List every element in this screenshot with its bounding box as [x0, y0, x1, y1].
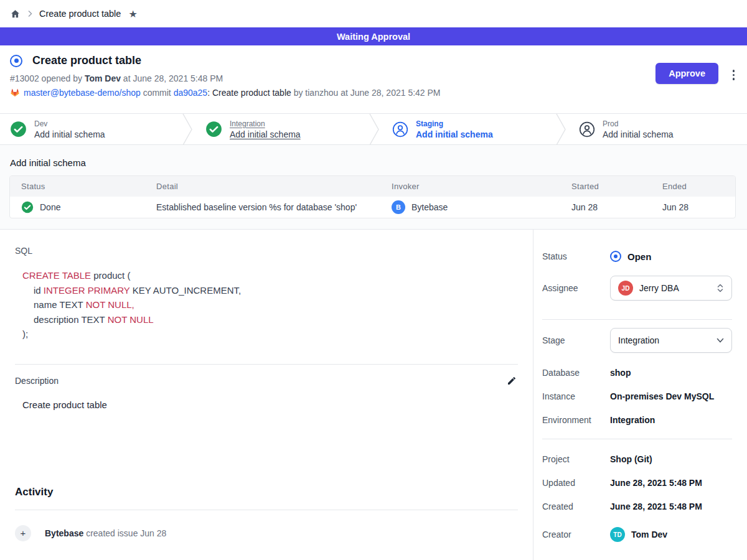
assignee-person-icon: [392, 121, 408, 138]
issue-open-status-icon: [10, 55, 22, 67]
stage-separator-chevron: [369, 114, 379, 145]
edit-pencil-icon[interactable]: [505, 375, 518, 387]
environment-label: Environment: [542, 415, 610, 425]
task-started-text: Jun 28: [571, 202, 662, 212]
task-section: Add initial schema Status Detail Invoker…: [0, 145, 747, 229]
status-value: Open: [627, 251, 651, 262]
repo-branch-link[interactable]: master@bytebase-demo/shop: [24, 88, 141, 98]
stage-task-label: Add initial schema: [230, 129, 301, 139]
description-text: Create product table: [22, 399, 518, 410]
assignee-person-icon: [579, 121, 595, 138]
task-status-text: Done: [40, 202, 60, 212]
project-value: Shop (Git): [610, 454, 652, 464]
approval-status-banner: Waiting Approval: [0, 27, 747, 45]
commit-hash-link[interactable]: da90a25: [174, 88, 208, 98]
updown-chevron-icon: [716, 283, 724, 293]
task-ended-text: Jun 28: [662, 202, 735, 212]
activity-entry: + Bytebase created issue Jun 28: [15, 525, 518, 541]
divider: [15, 364, 518, 365]
pipeline-stage-staging[interactable]: Staging Add initial schema: [374, 114, 560, 144]
assignee-value: Jerry DBA: [639, 283, 679, 293]
creator-value: Tom Dev: [631, 530, 667, 539]
updated-value: June 28, 2021 5:48 PM: [610, 478, 702, 488]
stage-label: Stage: [542, 335, 610, 345]
creator-label: Creator: [542, 530, 610, 539]
check-circle-icon: [10, 121, 27, 138]
stage-value: Integration: [618, 335, 659, 345]
stage-env-label: Prod: [603, 119, 674, 128]
updated-label: Updated: [542, 478, 610, 488]
stage-env-label: Staging: [416, 119, 493, 128]
commit-info: master@bytebase-demo/shop commit da90a25…: [10, 88, 737, 98]
issue-main-panel: SQL CREATE TABLE product ( id INTEGER PR…: [0, 230, 533, 560]
creator-avatar: TD: [610, 527, 625, 542]
instance-label: Instance: [542, 391, 610, 401]
column-ended: Ended: [662, 182, 735, 191]
environment-value: Integration: [610, 415, 655, 425]
stage-separator-chevron: [182, 114, 192, 145]
breadcrumb: Create product table ★: [0, 0, 747, 27]
breadcrumb-chevron-icon: [27, 10, 33, 17]
created-label: Created: [542, 502, 610, 511]
database-value: shop: [610, 368, 631, 378]
activity-section-title: Activity: [15, 486, 518, 498]
pipeline-stage-integration[interactable]: Integration Add initial schema: [187, 114, 374, 144]
sql-section-label: SQL: [15, 246, 518, 256]
issue-author: Tom Dev: [85, 73, 121, 83]
column-detail: Detail: [156, 182, 392, 191]
status-label: Status: [542, 251, 610, 261]
status-open-icon: [610, 251, 621, 262]
assignee-select[interactable]: JD Jerry DBA: [610, 276, 732, 301]
stage-task-label: Add initial schema: [34, 129, 105, 139]
task-table-header: Status Detail Invoker Started Ended: [10, 176, 735, 197]
done-check-icon: [21, 201, 34, 213]
instance-value: On-premises Dev MySQL: [610, 391, 714, 401]
assignee-label: Assignee: [542, 283, 610, 293]
pipeline-stage-dev[interactable]: Dev Add initial schema: [0, 114, 187, 144]
activity-author: Bytebase: [45, 528, 83, 538]
database-label: Database: [542, 368, 610, 378]
project-label: Project: [542, 454, 610, 464]
stage-env-label: Dev: [34, 119, 105, 128]
more-actions-icon[interactable]: [731, 68, 737, 82]
breadcrumb-page-title: Create product table: [39, 9, 121, 19]
divider: [542, 439, 732, 439]
description-label: Description: [15, 376, 59, 386]
issue-title: Create product table: [32, 54, 141, 67]
gitlab-icon: [10, 88, 20, 98]
plus-icon: +: [15, 525, 31, 541]
issue-opened-time: at June 28, 2021 5:48 PM: [121, 73, 223, 83]
issue-id-text: #13002 opened by: [10, 73, 85, 83]
task-detail-text: Established baseline version %s for data…: [156, 202, 392, 212]
check-circle-icon: [205, 121, 222, 138]
column-started: Started: [571, 182, 662, 191]
stage-task-label: Add initial schema: [416, 129, 493, 139]
task-section-title: Add initial schema: [10, 157, 747, 168]
stage-separator-chevron: [556, 114, 566, 145]
assignee-avatar: JD: [618, 281, 633, 296]
stage-env-label: Integration: [230, 119, 301, 128]
column-status: Status: [21, 182, 156, 191]
favorite-star-icon[interactable]: ★: [128, 8, 137, 20]
divider: [15, 510, 518, 510]
home-icon[interactable]: [10, 9, 21, 19]
chevron-down-icon: [716, 338, 724, 343]
pipeline-stage-prod[interactable]: Prod Add initial schema: [560, 114, 747, 144]
approve-button[interactable]: Approve: [655, 63, 718, 84]
task-invoker-text: Bytebase: [411, 202, 448, 212]
stage-task-label: Add initial schema: [603, 129, 674, 139]
commit-message: : Create product table: [207, 88, 294, 98]
pipeline-stage-bar: Dev Add initial schema Integration Add i…: [0, 113, 747, 145]
issue-sidebar: Status Open Assignee JD Jerry DBA Stage …: [533, 230, 747, 560]
issue-meta: #13002 opened by Tom Dev at June 28, 202…: [10, 73, 737, 83]
task-table: Status Detail Invoker Started Ended Done…: [9, 175, 736, 218]
created-value: June 28, 2021 5:48 PM: [610, 502, 702, 511]
activity-action: created issue Jun 28: [83, 528, 166, 538]
stage-select[interactable]: Integration: [610, 328, 732, 353]
divider: [542, 319, 732, 320]
column-invoker: Invoker: [392, 182, 571, 191]
issue-header: Create product table #13002 opened by To…: [0, 45, 747, 113]
commit-byline: by tianzhou at June 28, 2021 5:42 PM: [294, 88, 441, 98]
commit-word: commit: [141, 88, 174, 98]
sql-code-block: CREATE TABLE product ( id INTEGER PRIMAR…: [22, 268, 518, 342]
